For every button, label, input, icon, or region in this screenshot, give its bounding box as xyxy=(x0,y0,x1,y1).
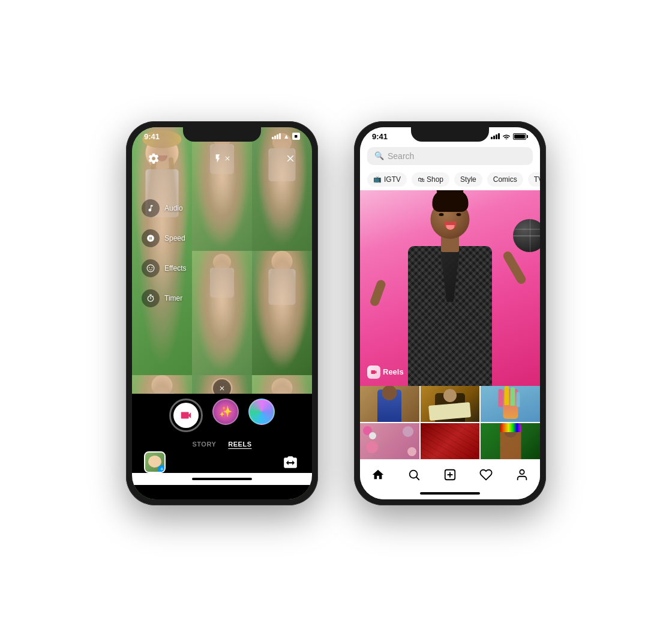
category-igtv[interactable]: 📺 IGTV xyxy=(367,172,407,187)
time-camera: 9:41 xyxy=(144,132,160,141)
timer-label: Timer xyxy=(164,294,182,302)
nav-add[interactable] xyxy=(442,467,458,483)
thumb-4[interactable] xyxy=(360,423,419,459)
speed-icon xyxy=(142,229,160,247)
status-icons-explore xyxy=(491,133,528,140)
phone-camera: 9:41 ▲ ■ xyxy=(126,121,318,505)
audio-icon xyxy=(142,199,160,217)
bottom-controls xyxy=(132,450,312,473)
flip-camera-button[interactable] xyxy=(281,453,300,472)
settings-button[interactable] xyxy=(144,149,163,168)
category-style[interactable]: Style xyxy=(454,172,482,187)
notch-explore xyxy=(411,127,489,142)
category-comics[interactable]: Comics xyxy=(487,172,523,187)
audio-label: Audio xyxy=(164,204,183,212)
close-button[interactable] xyxy=(281,149,300,168)
home-indicator-explore xyxy=(360,487,540,499)
explore-grid xyxy=(360,386,540,459)
thumb-6[interactable] xyxy=(481,423,540,459)
sparkle-filter-button[interactable]: ✨ xyxy=(212,399,239,425)
record-button[interactable] xyxy=(169,399,203,432)
speed-control[interactable]: Speed xyxy=(142,229,186,247)
reels-text: Reels xyxy=(383,367,404,376)
camera-overlay: Audio Speed xyxy=(132,127,312,499)
thumb-3[interactable] xyxy=(481,386,540,422)
shop-icon: 🛍 xyxy=(418,176,424,183)
style-label: Style xyxy=(460,175,476,184)
shop-label: Shop xyxy=(427,175,443,184)
record-button-inner xyxy=(173,403,199,428)
camera-bottom-bar: ✨ STORY REELS xyxy=(132,394,312,499)
timer-control[interactable]: Timer xyxy=(142,289,186,307)
audio-control[interactable]: Audio xyxy=(142,199,186,217)
timer-icon xyxy=(142,289,160,307)
thumb-2[interactable] xyxy=(421,386,480,422)
phone-explore: 9:41 xyxy=(354,121,546,505)
category-tabs-row: 📺 IGTV 🛍 Shop Style Comics TV & Movie xyxy=(360,169,540,190)
effects-control[interactable]: Effects xyxy=(142,259,186,277)
battery-icon-explore xyxy=(513,133,528,140)
reels-hero-section: Reels xyxy=(360,190,540,386)
signal-icon-explore xyxy=(491,133,500,139)
notch-camera xyxy=(183,127,261,142)
home-bar-camera xyxy=(192,478,252,480)
igtv-label: IGTV xyxy=(384,175,401,184)
thumb-5[interactable] xyxy=(421,423,480,459)
time-explore: 9:41 xyxy=(372,132,388,141)
flash-button[interactable] xyxy=(212,149,232,168)
search-icon: 🔍 xyxy=(374,151,384,160)
mode-tabs: STORY REELS xyxy=(132,437,312,450)
effects-icon xyxy=(142,259,160,277)
filter-buttons: ✨ xyxy=(132,394,312,437)
nav-activity[interactable] xyxy=(478,467,494,483)
nav-search[interactable] xyxy=(406,467,422,483)
bottom-nav xyxy=(360,459,540,487)
category-tv[interactable]: TV & Movie xyxy=(528,172,540,187)
reels-badge: Reels xyxy=(367,366,404,379)
color-filter-button[interactable] xyxy=(248,399,275,425)
svg-point-2 xyxy=(151,266,152,268)
category-shop[interactable]: 🛍 Shop xyxy=(412,172,449,187)
speed-label: Speed xyxy=(164,234,185,242)
reels-tab[interactable]: REELS xyxy=(228,441,251,448)
story-tab[interactable]: STORY xyxy=(193,441,217,448)
igtv-icon: 📺 xyxy=(373,175,382,183)
home-bar-explore xyxy=(420,492,480,495)
status-icons-camera: ▲ ■ xyxy=(272,133,300,140)
signal-icon xyxy=(272,133,281,139)
camera-side-controls: Audio Speed xyxy=(142,199,186,307)
battery-icon: ■ xyxy=(292,133,300,140)
nav-profile[interactable] xyxy=(514,467,530,483)
search-area: 🔍 Search xyxy=(360,142,540,169)
thumb-1[interactable] xyxy=(360,386,419,422)
tv-label: TV & Movie xyxy=(534,175,540,184)
search-bar[interactable]: 🔍 Search xyxy=(367,147,533,165)
explore-screen: 9:41 xyxy=(360,127,540,499)
comics-label: Comics xyxy=(493,175,517,184)
svg-point-0 xyxy=(147,265,154,272)
svg-line-4 xyxy=(416,477,419,480)
effects-label: Effects xyxy=(164,264,186,272)
wifi-icon: ▲ xyxy=(283,133,290,140)
svg-point-8 xyxy=(520,469,524,474)
search-placeholder: Search xyxy=(388,151,414,161)
nav-home[interactable] xyxy=(370,467,386,483)
svg-point-1 xyxy=(149,266,150,268)
reels-badge-icon xyxy=(367,366,380,379)
gallery-thumbnail[interactable] xyxy=(144,451,166,473)
wifi-icon-explore xyxy=(502,133,511,139)
home-indicator-camera xyxy=(132,473,312,485)
